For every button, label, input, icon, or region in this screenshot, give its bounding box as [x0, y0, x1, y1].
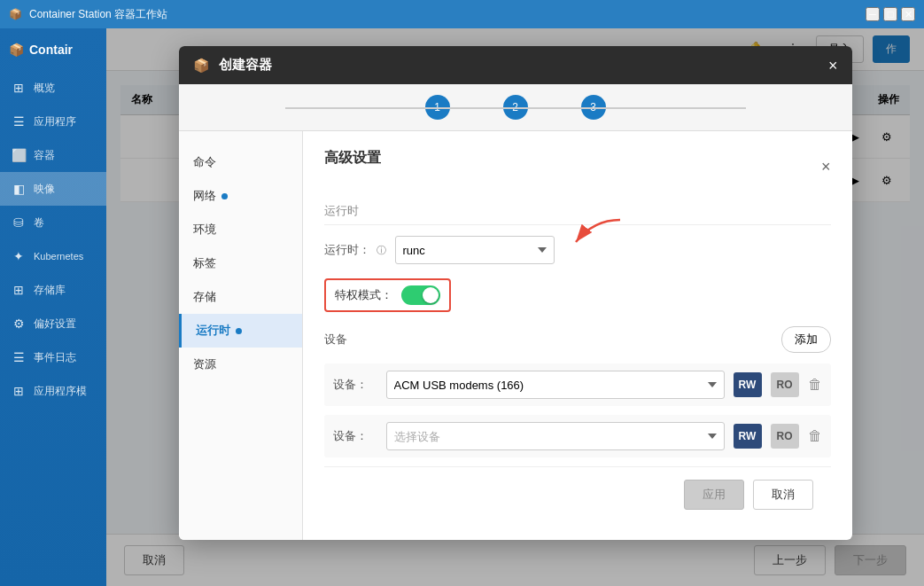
sidebar-item-images[interactable]: ◧ 映像 [0, 172, 106, 206]
sidebar-label-eventlog: 事件日志 [34, 350, 76, 365]
device-1-delete-button[interactable]: 🗑 [808, 377, 822, 393]
runtime-select[interactable]: runc nvidia kata [395, 236, 555, 264]
section-close-button[interactable]: × [821, 158, 831, 176]
nav-label-resources: 资源 [193, 356, 216, 372]
devices-header: 设备 添加 [324, 326, 831, 353]
sidebar-item-kubernetes[interactable]: ✦ Kubernetes [0, 239, 106, 273]
sidebar-label-images: 映像 [34, 182, 55, 197]
sidebar-item-eventlog[interactable]: ☰ 事件日志 [0, 340, 106, 374]
apps-icon: ☰ [11, 113, 27, 129]
sidebar-label-appmodule: 应用程序模 [34, 384, 87, 399]
nav-item-command[interactable]: 命令 [179, 145, 302, 179]
sidebar-label-containers: 容器 [34, 148, 55, 163]
device-1-ro-button[interactable]: RO [771, 372, 799, 397]
app-body: 📦 Contair ⊞ 概览 ☰ 应用程序 ⬜ 容器 ◧ 映像 ⛁ 卷 [0, 28, 924, 586]
device-1-rw-button[interactable]: RW [734, 372, 762, 397]
step-line [285, 107, 746, 109]
volumes-icon: ⛁ [11, 215, 27, 230]
device-1-label: 设备： [333, 377, 377, 393]
sidebar-item-registry[interactable]: ⊞ 存储库 [0, 273, 106, 307]
logo-icon: 📦 [9, 43, 24, 57]
appmodule-icon: ⊞ [11, 383, 27, 399]
main-content: 🔔 ⋮ 导入 作 名称 状态 操作 ▶ ⚙ [106, 28, 924, 586]
modal-cancel-button[interactable]: 取消 [753, 480, 813, 510]
runtime-label: 运行时： ⓘ [324, 242, 395, 258]
sidebar-item-volumes[interactable]: ⛁ 卷 [0, 206, 106, 239]
device-1-select[interactable]: ACM USB modems (166) [386, 371, 725, 399]
maximize-button[interactable]: □ [883, 7, 897, 21]
sidebar-item-preferences[interactable]: ⚙ 偏好设置 [0, 307, 106, 340]
sidebar-label-preferences: 偏好设置 [34, 316, 76, 332]
network-dot [221, 193, 228, 199]
title-bar-left: 📦 Container Station 容器工作站 [9, 7, 167, 22]
privilege-toggle-box: 特权模式： [324, 278, 451, 312]
kubernetes-icon: ✦ [11, 248, 27, 264]
nav-label-labels: 标签 [193, 255, 216, 271]
modal-nav: 命令 网络 环境 标签 [179, 131, 303, 540]
title-bar-controls: ─ □ ✕ [866, 7, 915, 21]
app-title: Container Station 容器工作站 [29, 7, 167, 22]
device-2-select[interactable]: 选择设备 [386, 422, 725, 450]
sidebar-item-apps[interactable]: ☰ 应用程序 [0, 105, 106, 138]
containers-icon: ⬜ [11, 147, 27, 163]
modal-overlay: 📦 创建容器 × 1 2 3 [106, 28, 924, 586]
nav-label-env: 环境 [193, 222, 216, 238]
modal-right: 高级设置 × 运行时 运行时： ⓘ [303, 131, 852, 540]
logo-text: Contair [29, 43, 73, 57]
device-2-delete-button[interactable]: 🗑 [808, 428, 822, 444]
images-icon: ◧ [11, 181, 27, 197]
sidebar-label-overview: 概览 [34, 81, 55, 96]
sidebar-label-registry: 存储库 [34, 283, 66, 298]
nav-label-runtime: 运行时 [196, 323, 230, 339]
nav-item-env[interactable]: 环境 [179, 213, 302, 246]
privilege-form-group: 特权模式： [324, 278, 831, 312]
device-row-2: 设备： 选择设备 RW RO 🗑 [324, 415, 831, 457]
privilege-toggle[interactable] [401, 285, 440, 305]
modal-title-left: 📦 创建容器 [193, 57, 272, 74]
privilege-label: 特权模式： [335, 287, 392, 303]
sidebar-item-overview[interactable]: ⊞ 概览 [0, 71, 106, 105]
create-container-modal: 📦 创建容器 × 1 2 3 [179, 46, 852, 540]
sidebar-logo: 📦 Contair [0, 35, 106, 71]
runtime-label-text: 运行时： [324, 243, 370, 256]
nav-item-network[interactable]: 网络 [179, 179, 302, 213]
overview-icon: ⊞ [11, 80, 27, 96]
modal-body: 命令 网络 环境 标签 [179, 131, 852, 540]
sidebar-label-apps: 应用程序 [34, 114, 76, 129]
add-device-button[interactable]: 添加 [781, 326, 831, 353]
device-2-rw-button[interactable]: RW [734, 424, 762, 449]
nav-item-labels[interactable]: 标签 [179, 246, 302, 280]
nav-item-storage[interactable]: 存储 [179, 280, 302, 314]
device-2-label: 设备： [333, 428, 377, 444]
nav-label-storage: 存储 [193, 289, 216, 305]
modal-icon: 📦 [193, 58, 210, 74]
devices-title: 设备 [324, 332, 347, 348]
nav-item-resources[interactable]: 资源 [179, 348, 302, 381]
nav-label-network: 网络 [193, 188, 216, 204]
device-2-ro-button[interactable]: RO [771, 424, 799, 449]
modal-footer: 应用 取消 [324, 466, 831, 522]
sidebar-item-appmodule[interactable]: ⊞ 应用程序模 [0, 374, 106, 408]
title-bar: 📦 Container Station 容器工作站 ─ □ ✕ [0, 0, 924, 28]
nav-item-runtime[interactable]: 运行时 [179, 314, 302, 348]
sidebar-label-kubernetes: Kubernetes [34, 251, 83, 262]
registry-icon: ⊞ [11, 282, 27, 298]
modal-close-button[interactable]: × [828, 58, 838, 74]
sidebar-item-containers[interactable]: ⬜ 容器 [0, 138, 106, 172]
eventlog-icon: ☰ [11, 349, 27, 365]
device-row-1: 设备： ACM USB modems (166) RW RO 🗑 [324, 363, 831, 406]
preferences-icon: ⚙ [11, 316, 27, 332]
modal-steps: 1 2 3 [179, 84, 852, 131]
toggle-knob [423, 287, 439, 303]
app-icon: 📦 [9, 8, 22, 20]
nav-label-command: 命令 [193, 154, 216, 170]
runtime-info-icon: ⓘ [377, 245, 386, 255]
minimize-button[interactable]: ─ [866, 7, 880, 21]
sidebar: 📦 Contair ⊞ 概览 ☰ 应用程序 ⬜ 容器 ◧ 映像 ⛁ 卷 [0, 28, 106, 586]
section-title: 高级设置 [324, 149, 381, 168]
app-window: 📦 Container Station 容器工作站 ─ □ ✕ 📦 Contai… [0, 0, 924, 586]
window-close-button[interactable]: ✕ [901, 7, 915, 21]
apply-button[interactable]: 应用 [684, 480, 744, 510]
modal-title: 创建容器 [219, 57, 272, 74]
runtime-form-group: 运行时： ⓘ runc nvidia kata [324, 236, 831, 264]
